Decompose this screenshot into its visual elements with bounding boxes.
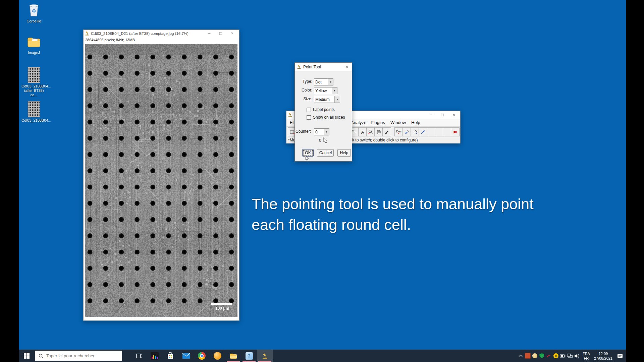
tray-app-icon-g[interactable]: G [552,350,559,362]
menu-plugins[interactable]: Plugins [371,120,385,125]
search-icon [39,354,43,358]
minimize-icon[interactable]: − [425,112,437,118]
taskbar-search[interactable] [35,351,122,361]
brush-tool[interactable] [402,127,411,136]
close-icon[interactable]: × [448,112,460,118]
volume-icon[interactable] [574,350,581,362]
store-icon [167,352,174,360]
desktop-icon-image-file-1[interactable]: Cdt03_2108B04... (after BT35) co... [21,67,46,97]
battery-icon[interactable] [559,350,567,362]
desktop: ♻ Corbeille ImageJ Cdt03_2108B04... (aft… [19,0,626,362]
time: 12:09 [594,351,612,356]
counter-label: Counter: [284,129,311,134]
task-view-button[interactable] [131,350,147,362]
color-row: Color: Yellow ▼ [295,87,352,94]
tray-app-icon-red[interactable] [545,350,552,362]
dialog-title: Point Tool [303,65,321,69]
chevron-down-icon: ▼ [328,79,333,85]
empty-tool-slot[interactable] [427,127,435,136]
icon-label-line2: (after BT35) co... [21,88,46,97]
point-tool-dialog: Point Tool × Type: Dot ▼ Color: Yellow ▼… [294,62,352,162]
taskbar-app-photos[interactable]: ? [241,350,257,362]
checkbox-icon [307,108,311,112]
size-select[interactable]: Medium ▼ [314,96,340,103]
microscopy-image[interactable] [85,44,237,317]
action-center-icon[interactable] [614,350,626,362]
taskbar-app-store[interactable] [162,350,178,362]
clock[interactable]: 12:09 27/08/2021 [594,351,612,361]
imagej-icon [85,31,89,36]
mail-icon [182,353,190,359]
caption-line2: each floating round cell. [252,215,624,235]
tray-app-icon-gold[interactable] [531,350,538,362]
close-icon[interactable]: × [342,64,351,70]
taskbar-app-orange[interactable] [210,350,225,362]
type-select[interactable]: Dot ▼ [314,78,333,85]
zoom-tool[interactable] [366,127,375,136]
counter-select[interactable]: 0 ▼ [314,128,329,135]
mouse-cursor-click [305,155,310,162]
chrome-icon [198,352,206,360]
color-select[interactable]: Yellow ▼ [314,87,337,94]
empty-tool-slot[interactable] [435,127,443,136]
windows-logo-icon [24,353,30,359]
taskbar: ? ✓ [19,350,626,362]
color-picker-tool[interactable] [382,127,391,136]
help-button[interactable]: Help [337,149,351,157]
maximize-icon[interactable]: □ [437,112,448,118]
music-app-icon [151,352,159,360]
icon-label: Cdt03_2108B04... [21,118,46,123]
dev-menu-tool[interactable]: Dev [394,127,403,136]
checkbox-icon [307,115,311,120]
chevron-down-icon: ▼ [324,129,329,135]
color-label: Color: [285,88,312,93]
hand-tool[interactable] [374,127,383,136]
desktop-icon-image-file-2[interactable]: Cdt03_2108B04... [21,101,46,123]
orange-app-icon [214,352,221,360]
more-tools-button[interactable]: ≫ [451,127,460,136]
imagej-icon [288,112,292,118]
menu-help[interactable]: Help [411,120,420,125]
flood-fill-tool[interactable] [411,127,419,136]
file-explorer-icon [229,353,237,359]
taskbar-app-mail[interactable] [178,350,194,362]
desktop-icon-imagej-folder[interactable]: ImageJ [21,36,46,55]
desktop-icon-recycle-bin[interactable]: ♻ Corbeille [21,3,46,23]
counter-row: Counter: 0 ▼ [295,128,352,135]
show-all-slices-checkbox[interactable]: Show on all slices [307,115,345,120]
type-row: Type: Dot ▼ [295,78,352,85]
cancel-button[interactable]: Cancel [317,149,334,157]
start-button[interactable] [19,350,34,362]
size-label: Size: [285,97,312,101]
dialog-titlebar[interactable]: Point Tool × [295,63,352,71]
image-thumbnail [28,101,40,117]
image-window-titlebar[interactable]: Cdt03_2108B04_D21 (after BT35) comptage.… [84,30,239,37]
language-indicator[interactable]: FRAFR [583,351,590,361]
task-view-icon [136,353,142,359]
text-tool[interactable]: A [358,127,367,136]
recycle-bin-icon: ♻ [27,3,41,17]
maximize-icon[interactable]: □ [215,30,226,37]
menu-window[interactable]: Window [390,120,406,125]
taskbar-app-imagej[interactable] [257,350,273,362]
menu-analyze[interactable]: Analyze [351,120,366,125]
network-icon[interactable] [567,350,574,362]
tray-expand-chevron[interactable] [517,350,524,362]
status-text-right: k to switch; double click to configure) [352,138,418,142]
empty-tool-slot[interactable] [443,127,451,136]
date: 27/08/2021 [594,356,612,361]
taskbar-app-music[interactable] [147,350,162,362]
search-input[interactable] [46,353,114,359]
taskbar-app-chrome[interactable] [194,350,210,362]
label-points-checkbox[interactable]: Label points [307,107,335,112]
size-row: Size: Medium ▼ [295,96,352,103]
taskbar-app-explorer[interactable] [225,350,241,362]
arrow-tool[interactable] [419,127,427,136]
photos-app-icon: ? [246,352,253,360]
tray-app-icon-red-square[interactable] [524,350,531,362]
minimize-icon[interactable]: − [204,30,215,37]
imagej-taskbar-icon [262,353,268,359]
tray-security-shield-icon[interactable]: ✓ [538,350,545,362]
close-icon[interactable]: × [226,30,238,37]
svg-text:A: A [361,130,364,135]
